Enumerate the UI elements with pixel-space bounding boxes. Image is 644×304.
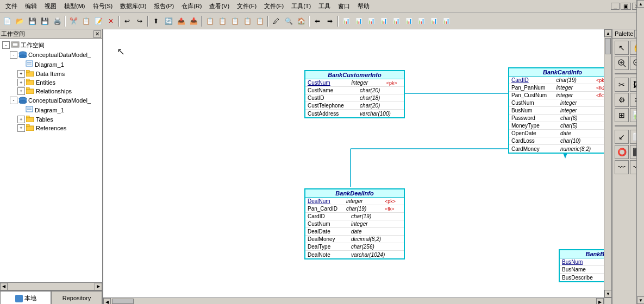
tables-expander[interactable]: + — [17, 116, 25, 123]
tree-workspace[interactable]: - 工作空间 — [1, 40, 101, 50]
palette-vscroll[interactable]: ▲ ▼ — [636, 0, 644, 304]
tree-diagram2[interactable]: Diagram_1 — [1, 105, 101, 115]
copy5-btn[interactable]: 📋 — [241, 15, 253, 27]
search-btn[interactable]: 🔍 — [283, 15, 295, 27]
open-btn[interactable]: 📂 — [14, 15, 26, 27]
tab-local[interactable]: 本地 — [0, 291, 51, 304]
save-all-btn[interactable]: 💾 — [39, 15, 51, 27]
palette-gear-btn[interactable]: ⚙ — [615, 93, 629, 107]
tree-dataitems[interactable]: + Data Items — [1, 69, 101, 78]
menu-edit[interactable]: 编辑 — [22, 1, 40, 11]
palette-link-btn[interactable]: ↙ — [615, 130, 629, 144]
menu-tools[interactable]: 工具(T) — [288, 1, 314, 11]
scroll-track[interactable] — [8, 283, 95, 290]
menu-file3[interactable]: 文件(F) — [261, 1, 287, 11]
print-btn[interactable]: 🖨️ — [51, 15, 63, 27]
entity-bankcustomerinfo[interactable]: BankCustomerInfo CustNum integer <pk> Cu… — [304, 70, 405, 118]
menu-view2[interactable]: 查看(V) — [206, 1, 233, 11]
undo-btn[interactable]: ↩ — [121, 15, 133, 27]
chart4-btn[interactable]: 📊 — [378, 15, 390, 27]
menu-file[interactable]: 文件 — [2, 1, 21, 11]
export-btn[interactable]: 📤 — [175, 15, 187, 27]
canvas-area[interactable]: ↖ BankCustomerInfo CustNum integer <pk> — [103, 29, 611, 304]
chart8-btn[interactable]: 📊 — [428, 15, 440, 27]
vscroll-down-btn[interactable]: ▼ — [604, 290, 611, 297]
refresh-btn[interactable]: 🔄 — [162, 15, 174, 27]
tree-cdm1[interactable]: - ConceptualDataModel_ — [1, 50, 101, 60]
tree-references[interactable]: + References — [1, 124, 101, 132]
dataitems-expander[interactable]: + — [17, 70, 25, 78]
chart6-btn[interactable]: 📊 — [403, 15, 415, 27]
chart9-btn[interactable]: 📊 — [440, 15, 452, 27]
scroll-right-btn[interactable]: ▶ — [95, 283, 102, 290]
home-btn[interactable]: 🏠 — [295, 15, 307, 27]
pen-btn[interactable]: 🖊 — [270, 15, 282, 27]
chart1-btn[interactable]: 📊 — [340, 15, 352, 27]
palette-scroll-down[interactable]: ▼ — [637, 296, 644, 304]
menu-symbol[interactable]: 符号(S) — [90, 1, 116, 11]
up-btn[interactable]: ⬆ — [150, 15, 162, 27]
vscroll-up-btn[interactable]: ▲ — [604, 29, 611, 37]
entity-bankdealinfo[interactable]: BankDealInfo DealNum integer <pk> Pan_Ca… — [304, 188, 405, 259]
vscroll-track[interactable] — [604, 37, 611, 290]
hscroll-right-btn[interactable]: ▶ — [596, 298, 604, 304]
palette-scroll-track[interactable] — [637, 8, 644, 296]
palette-zoom-in-btn[interactable] — [615, 56, 629, 70]
delete-btn[interactable]: ✕ — [105, 15, 117, 27]
menu-view[interactable]: 视图 — [41, 1, 60, 11]
palette-arrow-btn[interactable]: ↖ — [615, 41, 629, 55]
scroll-left-btn[interactable]: ◀ — [0, 283, 8, 290]
restore-btn[interactable]: ▣ — [621, 3, 631, 10]
workspace-expander[interactable]: - — [2, 41, 10, 49]
tree-diagram1[interactable]: Diagram_1 — [1, 60, 101, 69]
tree-cdm2[interactable]: - ConceptualDataModel_ — [1, 96, 101, 105]
tab-repository[interactable]: Repository — [51, 291, 102, 304]
entity-bankcardinfo[interactable]: BankCardInfo CardID char(19) <pk> Pan_Pa… — [508, 67, 611, 154]
references-expander[interactable]: + — [17, 124, 25, 132]
menu-report[interactable]: 报告(P) — [151, 1, 177, 11]
menu-file2[interactable]: 文件(F) — [234, 1, 260, 11]
cdm2-expander[interactable]: - — [10, 97, 17, 104]
menu-help[interactable]: 帮助 — [354, 1, 373, 11]
copy2-btn[interactable]: 📋 — [204, 15, 216, 27]
back-btn[interactable]: ⬅ — [311, 15, 323, 27]
palette-line-btn[interactable]: 〰 — [615, 160, 629, 174]
vscroll-thumb[interactable] — [605, 38, 611, 54]
hscroll-left-btn[interactable]: ◀ — [103, 298, 111, 304]
tree-entities[interactable]: + Entities — [1, 78, 101, 87]
hscroll-thumb[interactable] — [112, 299, 134, 304]
copy6-btn[interactable]: 📋 — [254, 15, 266, 27]
forward-btn[interactable]: ➡ — [324, 15, 336, 27]
cut-btn[interactable]: ✂️ — [67, 15, 79, 27]
cdm1-expander[interactable]: - — [10, 51, 17, 59]
relationships-expander[interactable]: + — [17, 87, 25, 95]
save-btn[interactable]: 💾 — [26, 15, 38, 27]
copy4-btn[interactable]: 📋 — [229, 15, 241, 27]
hscroll-track[interactable] — [111, 298, 596, 304]
tree-tables[interactable]: + Tables — [1, 115, 101, 124]
menu-model[interactable]: 模型(M) — [61, 1, 89, 11]
canvas-hscroll[interactable]: ◀ ▶ — [103, 297, 604, 304]
copy-btn[interactable]: 📋 — [80, 15, 92, 27]
menu-warehouse[interactable]: 仓库(R) — [178, 1, 205, 11]
menu-database[interactable]: 数据库(D) — [117, 1, 149, 11]
chart2-btn[interactable]: 📊 — [353, 15, 365, 27]
chart3-btn[interactable]: 📊 — [365, 15, 377, 27]
paste-btn[interactable]: 📝 — [92, 15, 104, 27]
left-panel-close[interactable]: ✕ — [93, 30, 101, 38]
canvas-vscroll[interactable]: ▲ ▼ — [604, 29, 611, 297]
entities-expander[interactable]: + — [17, 79, 25, 86]
minimize-btn[interactable]: _ — [611, 3, 620, 10]
redo-btn[interactable]: ↪ — [134, 15, 146, 27]
menu-tools2[interactable]: 工具 — [315, 1, 334, 11]
menu-window[interactable]: 窗口 — [335, 1, 353, 11]
copy3-btn[interactable]: 📋 — [216, 15, 228, 27]
chart7-btn[interactable]: 📊 — [415, 15, 427, 27]
new-btn[interactable]: 📄 — [1, 15, 13, 27]
palette-table-btn[interactable]: ⊞ — [615, 108, 629, 122]
tree-relationships[interactable]: + Relationships — [1, 87, 101, 96]
palette-circle-btn[interactable]: ⭕ — [615, 145, 629, 159]
chart5-btn[interactable]: 📊 — [390, 15, 402, 27]
import-btn[interactable]: 📥 — [187, 15, 199, 27]
palette-scroll-up[interactable]: ▲ — [637, 0, 644, 8]
